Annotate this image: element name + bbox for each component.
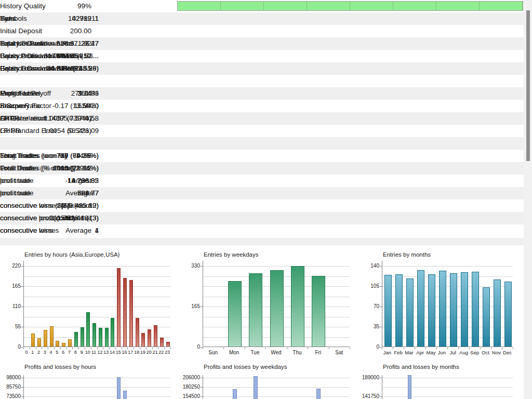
x-axis-tick [329, 348, 329, 349]
x-axis-tick [436, 348, 437, 349]
gridline [203, 266, 350, 267]
y-axis-label: 105 [363, 283, 379, 289]
bar-3 [44, 330, 47, 347]
x-axis-tick [513, 348, 513, 349]
x-axis-tick [447, 348, 448, 349]
plot-area [382, 261, 513, 347]
bar-22 [160, 338, 164, 347]
x-axis-tick [382, 348, 382, 349]
y-axis-tick [21, 396, 23, 397]
y-axis-tick [21, 266, 23, 267]
bar-11 [92, 323, 96, 347]
y-axis-tick [21, 307, 23, 307]
chart-title: Profits and losses by hours [24, 364, 96, 370]
gridline [24, 378, 170, 378]
x-axis-tick [134, 348, 134, 349]
x-axis-tick [223, 348, 224, 349]
x-axis-tick [152, 348, 153, 349]
bar-6 [62, 343, 65, 347]
bar-18 [136, 318, 139, 347]
x-axis-tick [85, 348, 85, 349]
gridline [382, 396, 513, 397]
gridline [24, 327, 170, 327]
bar-Fri [316, 389, 321, 399]
bar-7 [68, 339, 72, 347]
bar-9 [81, 327, 84, 347]
x-axis-label: Dec [499, 350, 515, 355]
chart-title: Entries by months [383, 251, 431, 258]
y-axis-label: 189000 [363, 375, 379, 381]
x-axis-tick [170, 348, 171, 349]
y-axis-label: 73500 [4, 393, 21, 399]
x-axis-tick [42, 348, 42, 349]
x-axis-tick [140, 348, 140, 349]
bar-May [428, 274, 435, 347]
x-axis-tick [458, 348, 459, 349]
gridline [24, 387, 170, 388]
y-axis-tick [21, 286, 23, 287]
gridline [203, 387, 350, 388]
stat-value: 27.27 [0, 37, 99, 50]
stats-row: Recovery Factor16.94Sharpe Ratio14.20Z-S… [0, 100, 524, 112]
y-axis-tick [380, 286, 382, 287]
y-axis-label: 98000 [4, 375, 21, 381]
x-axis-label: Sat [326, 350, 352, 355]
x-axis-tick [127, 348, 128, 349]
gridline [24, 297, 170, 297]
bar-Mon [228, 281, 242, 347]
y-axis-tick [201, 396, 203, 397]
y-axis-label: 165 [183, 303, 200, 310]
scrollbar-thumb[interactable] [526, 10, 530, 161]
bar-Jan [384, 275, 392, 347]
chart-entries-by-weekdays: Entries by weekdays0165330SunMonTueWedTh… [183, 251, 356, 358]
x-axis-tick [23, 348, 24, 349]
plot-area [23, 261, 170, 347]
stat-value: 410 (28.16%) [0, 162, 99, 175]
stat-value [0, 75, 99, 87]
x-axis-label: 23 [162, 350, 173, 355]
y-axis-label: 55 [4, 324, 21, 330]
y-axis-tick [201, 307, 203, 307]
chart-profits-by-months: Profits and losses by months189000141750 [363, 364, 519, 399]
bar-Fri [312, 276, 325, 347]
x-axis-tick [203, 348, 203, 349]
x-axis-tick [54, 348, 55, 349]
stats-row: Averageconsecutive wins4consecutive loss… [0, 224, 524, 237]
bar-Feb [395, 274, 403, 347]
x-axis-tick [287, 348, 287, 349]
plot-area [23, 375, 170, 399]
y-axis-label: 206000 [183, 375, 200, 381]
bar-23 [166, 342, 170, 347]
bar-Mar [406, 278, 414, 347]
y-axis-label: 180250 [183, 384, 200, 390]
bar-Nov [494, 280, 501, 347]
stat-value: 737 (74.36%) [0, 150, 99, 162]
stat-value: 1 [0, 12, 99, 25]
x-axis-tick [66, 348, 67, 349]
gridline [24, 266, 170, 267]
bar-Tue [254, 376, 258, 399]
x-axis-tick [404, 348, 404, 349]
y-axis-tick [380, 327, 382, 327]
chart-profits-by-weekdays: Profits and losses by weekdays2060001802… [183, 364, 356, 399]
gridline [382, 266, 513, 267]
vertical-scrollbar[interactable] [524, 0, 532, 399]
y-axis-label: 85750 [4, 384, 21, 390]
y-axis-label: 110 [4, 303, 21, 310]
x-axis-tick [48, 348, 48, 349]
gridline [24, 286, 170, 287]
x-axis-tick [425, 348, 426, 349]
x-axis-tick [164, 348, 165, 349]
stat-value [0, 125, 99, 137]
bar-Jul [450, 273, 457, 347]
stat-value: 14395.739442... [0, 112, 99, 125]
x-axis-tick [97, 348, 98, 349]
stats-row: Averageprofit trade738.87loss trade-584.… [0, 187, 524, 200]
y-axis-label: 141750 [363, 393, 379, 399]
chart-entries-by-months: Entries by months03570105140JanFebMarApr… [363, 251, 519, 358]
stats-row: Gross Profit772 854.57Balance Drawdown M… [0, 50, 524, 62]
bar-14 [111, 318, 114, 347]
stats-row: History Quality99% [0, 0, 524, 12]
y-axis-label: 70 [363, 303, 379, 310]
stat-value [0, 25, 99, 37]
